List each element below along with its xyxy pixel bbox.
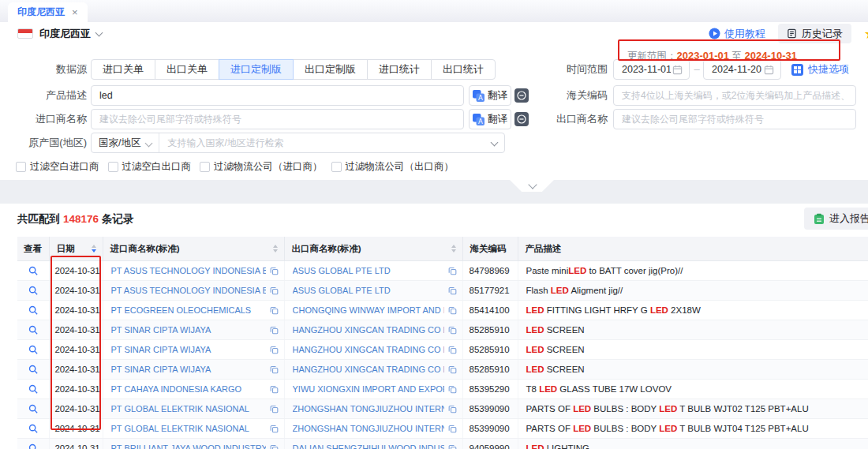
data-source-option[interactable]: 进口定制版 [219,59,294,80]
copy-icon[interactable] [448,365,457,374]
enter-report-button[interactable]: 进入报告 [804,208,868,230]
exporter-link[interactable]: YIWU XIONGXIN IMPORT AND EXPORT... [293,384,444,394]
start-date-value[interactable] [620,63,672,76]
column-header[interactable]: 出口商名称(标准) [284,237,462,261]
copy-icon[interactable] [448,286,457,295]
view-record-button[interactable] [28,443,38,449]
exporter-link[interactable]: ASUS GLOBAL PTE LTD [293,266,444,275]
copy-icon[interactable] [448,267,457,275]
chevron-down-icon[interactable] [491,138,499,146]
importer-link[interactable]: PT ASUS TECHNOLOGY INDONESIA BA... [111,266,266,275]
importer-link[interactable]: PT CAHAYA INDONESIA KARGO [111,384,266,394]
importer-name-label: 进口商名称 [0,109,87,129]
view-record-button[interactable] [28,325,38,335]
copy-icon[interactable] [270,267,279,275]
exporter-link[interactable]: ZHONGSHAN TONGJIUZHOU INTERNA... [293,424,444,433]
copy-icon[interactable] [448,405,457,413]
quick-options-button[interactable]: 快捷选项 [791,59,849,80]
exporter-link[interactable]: HANGZHOU XINGCAN TRADING CO LTD [293,365,444,374]
filter-checkbox[interactable]: 过滤物流公司（进口商） [200,160,323,174]
table-row: 2024-10-31PT SINAR CIPTA WIJAYAHANGZHOU … [17,360,868,380]
view-record-button[interactable] [28,286,38,295]
copy-icon[interactable] [270,425,279,433]
importer-name-input[interactable] [91,109,464,129]
importer-link[interactable]: PT GLOBAL ELEKTRIK NASIONAL [111,424,266,433]
checkbox-box[interactable] [200,162,210,172]
origin-country-select[interactable]: 国家/地区 [92,133,159,152]
copy-icon[interactable] [448,385,457,394]
filter-checkbox[interactable]: 过滤空白进口商 [16,160,99,174]
exporter-link[interactable]: ASUS GLOBAL PTE LTD [293,286,444,295]
origin-country-search-input[interactable] [159,137,486,148]
copy-icon[interactable] [270,405,279,413]
copy-icon[interactable] [270,286,279,295]
exporter-link[interactable]: HANGZHOU XINGCAN TRADING CO LTD [293,345,444,354]
hs-code-cell: 85399090 [462,419,518,439]
date-cell: 2024-10-31 [49,380,103,399]
copy-icon[interactable] [448,425,457,433]
sort-icon[interactable] [451,245,456,253]
hs-code-label: 海关编码 [489,85,608,106]
importer-link[interactable]: PT ECOGREEN OLEOCHEMICALS [111,305,266,315]
copy-icon[interactable] [270,306,279,315]
view-record-button[interactable] [28,305,38,315]
exporter-link[interactable]: CHONGQING WINWAY IMPORT AND E... [293,305,444,315]
data-source-option[interactable]: 进口统计 [367,59,432,80]
chevron-down-icon[interactable] [95,29,103,37]
close-icon[interactable]: × [72,7,78,17]
end-date-value[interactable] [710,63,764,76]
importer-link[interactable]: PT SINAR CIPTA WIJAYA [111,365,266,374]
results-table-wrapper: 查看日期进口商名称(标准)出口商名称(标准)海关编码产品描述 2024-10-3… [17,237,868,449]
date-cell: 2024-10-31 [49,399,103,419]
data-source-option[interactable]: 出口定制版 [293,59,368,80]
view-record-button[interactable] [28,424,38,433]
importer-link[interactable]: PT ASUS TECHNOLOGY INDONESIA BA... [111,286,266,295]
tab-indonesia[interactable]: 印度尼西亚 × [8,2,88,22]
view-record-button[interactable] [28,384,38,394]
importer-link[interactable]: PT GLOBAL ELEKTRIK NASIONAL [111,404,266,413]
copy-icon[interactable] [448,444,457,449]
copy-icon[interactable] [448,346,457,354]
section-divider [0,180,868,204]
copy-icon[interactable] [270,385,279,394]
view-record-button[interactable] [28,404,38,413]
data-source-option[interactable]: 进口关单 [91,59,155,80]
copy-icon[interactable] [270,365,279,374]
column-header[interactable]: 进口商名称(标准) [103,237,284,261]
checkbox-box[interactable] [16,162,26,172]
copy-icon[interactable] [448,306,457,315]
hs-code-input[interactable] [613,85,856,106]
filter-checkbox[interactable]: 过滤物流公司（出口商） [331,160,455,174]
filter-checkbox[interactable]: 过滤空白出口商 [108,160,192,174]
importer-link[interactable]: PT SINAR CIPTA WIJAYA [111,345,266,354]
checkbox-box[interactable] [331,162,342,172]
exporter-link[interactable]: HANGZHOU XINGCAN TRADING CO LTD [293,325,444,335]
view-record-button[interactable] [28,266,38,275]
importer-link[interactable]: PT SINAR CIPTA WIJAYA [111,325,266,335]
exporter-link[interactable]: ZHONGSHAN TONGJIUZHOU INTERNA... [293,404,444,413]
copy-icon[interactable] [270,444,279,449]
hs-code-cell: 85285910 [462,360,518,380]
column-header[interactable]: 日期 [49,237,103,261]
history-button[interactable]: 历史记录 [778,24,851,43]
data-source-option[interactable]: 出口关单 [155,59,219,80]
checkbox-box[interactable] [108,162,118,172]
sort-icon[interactable] [92,245,96,253]
tutorial-label: 使用教程 [724,27,765,41]
star-icon[interactable]: ★ [864,27,868,41]
copy-icon[interactable] [270,346,279,354]
history-label: 历史记录 [802,27,843,41]
view-record-button[interactable] [28,365,38,374]
view-record-button[interactable] [28,345,38,354]
copy-icon[interactable] [270,326,279,335]
match-suffix: 条记录 [102,213,134,225]
copy-icon[interactable] [448,326,457,335]
data-source-option[interactable]: 出口统计 [431,59,496,80]
enter-report-label: 进入报告 [829,211,868,226]
importer-link[interactable]: PT BRILLIANT JAYA WOOD INDUSTRY [111,443,266,449]
product-desc-input[interactable] [91,85,464,106]
exporter-link[interactable]: DALIAN SHENGZHIHUI WOOD INDUST... [293,443,444,449]
exporter-name-input[interactable] [613,109,856,129]
sort-icon[interactable] [273,245,278,253]
tutorial-link[interactable]: 使用教程 [709,27,765,41]
